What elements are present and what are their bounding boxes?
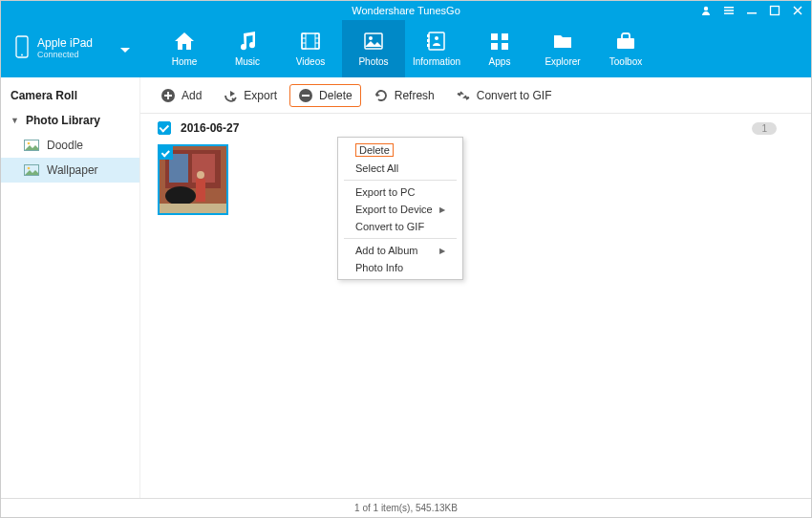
svg-rect-19: [427, 39, 430, 42]
refresh-button[interactable]: Refresh: [365, 84, 443, 107]
app-title: Wondershare TunesGo: [352, 5, 460, 16]
nav-label: Apps: [489, 56, 511, 67]
nav-home[interactable]: Home: [153, 20, 216, 77]
section-header: 2016-06-27 1: [140, 114, 811, 140]
button-label: Delete: [319, 89, 353, 102]
svg-rect-20: [427, 44, 430, 47]
body: Camera Roll ▼ Photo Library Doodle Wallp…: [1, 77, 811, 498]
svg-rect-33: [302, 95, 310, 97]
button-label: Add: [182, 89, 202, 102]
sidebar: Camera Roll ▼ Photo Library Doodle Wallp…: [1, 77, 140, 498]
nav-apps[interactable]: Apps: [468, 20, 531, 77]
svg-rect-39: [196, 179, 205, 202]
thumbnail-checkbox[interactable]: [160, 146, 173, 160]
sidebar-item-wallpaper[interactable]: Wallpaper: [1, 158, 139, 183]
titlebar-controls: [700, 1, 803, 20]
menu-icon[interactable]: [723, 5, 735, 16]
app-window: Wondershare TunesGo: [0, 0, 812, 518]
delete-button[interactable]: Delete: [289, 84, 361, 107]
sidebar-label: Doodle: [47, 139, 83, 152]
nav-label: Home: [172, 56, 198, 67]
convert-gif-button[interactable]: Convert to GIF: [447, 84, 561, 107]
ctx-export-pc[interactable]: Export to PC: [338, 183, 462, 201]
section-count-badge: 1: [752, 122, 777, 135]
svg-rect-2: [724, 10, 734, 11]
ctx-separator: [344, 238, 457, 239]
device-name: Apple iPad: [37, 37, 93, 50]
svg-point-40: [197, 171, 204, 179]
svg-point-7: [21, 54, 23, 56]
sidebar-label: Wallpaper: [47, 163, 98, 177]
nav-label: Explorer: [545, 56, 580, 67]
section-date: 2016-06-27: [181, 121, 239, 135]
add-button[interactable]: Add: [152, 84, 210, 107]
svg-rect-1: [724, 7, 734, 9]
svg-rect-26: [617, 38, 634, 49]
thumbnail-grid: [140, 140, 811, 219]
ctx-photo-info[interactable]: Photo Info: [338, 259, 462, 276]
svg-rect-22: [491, 33, 498, 40]
user-icon[interactable]: [700, 5, 712, 16]
svg-point-30: [28, 167, 31, 170]
svg-rect-25: [502, 43, 508, 50]
content: Add Export Delete Refresh Convert to GIF: [140, 77, 811, 498]
toolbar: Add Export Delete Refresh Convert to GIF: [140, 77, 811, 114]
submenu-arrow-icon: ▶: [439, 247, 445, 255]
statusbar-text: 1 of 1 item(s), 545.13KB: [354, 503, 458, 513]
svg-point-21: [435, 36, 438, 40]
sidebar-item-doodle[interactable]: Doodle: [1, 133, 139, 158]
section-checkbox[interactable]: [158, 121, 171, 135]
sidebar-label: Photo Library: [26, 114, 100, 127]
device-selector[interactable]: Apple iPad Connected: [1, 20, 139, 77]
statusbar: 1 of 1 item(s), 545.13KB: [1, 498, 811, 517]
nav-explorer[interactable]: Explorer: [531, 20, 594, 77]
close-icon[interactable]: [792, 5, 803, 16]
ctx-separator: [344, 180, 457, 181]
svg-rect-8: [302, 33, 319, 49]
nav-label: Information: [413, 56, 460, 67]
nav-photos[interactable]: Photos: [342, 20, 405, 77]
minimize-icon[interactable]: [746, 5, 758, 16]
svg-rect-3: [724, 12, 734, 14]
ctx-add-album[interactable]: Add to Album▶: [338, 242, 462, 259]
submenu-arrow-icon: ▶: [439, 205, 445, 214]
photo-thumbnail[interactable]: [158, 144, 228, 215]
picture-icon: [24, 140, 39, 151]
maximize-icon[interactable]: [769, 5, 780, 16]
sidebar-label: Camera Roll: [11, 89, 77, 102]
device-status: Connected: [37, 51, 93, 60]
nav-videos[interactable]: Videos: [279, 20, 342, 77]
ctx-delete[interactable]: Delete: [338, 140, 462, 160]
svg-rect-5: [771, 7, 780, 15]
svg-rect-23: [502, 33, 508, 40]
nav-music[interactable]: Music: [216, 20, 279, 77]
nav-information[interactable]: Information: [405, 20, 468, 77]
svg-rect-18: [427, 34, 430, 37]
sidebar-camera-roll[interactable]: Camera Roll: [1, 83, 139, 108]
nav-label: Videos: [296, 56, 325, 67]
picture-icon: [24, 164, 39, 176]
titlebar: Wondershare TunesGo: [1, 1, 811, 20]
button-label: Convert to GIF: [477, 89, 552, 102]
button-label: Export: [244, 89, 277, 102]
svg-point-0: [704, 7, 708, 11]
svg-point-38: [165, 186, 196, 205]
device-icon: [14, 35, 30, 62]
export-button[interactable]: Export: [214, 84, 286, 107]
nav-toolbox[interactable]: Toolbox: [594, 20, 657, 77]
nav-label: Photos: [358, 56, 388, 67]
svg-rect-4: [747, 12, 757, 14]
chevron-down-icon: [120, 40, 130, 57]
nav-label: Toolbox: [609, 56, 642, 67]
header: Apple iPad Connected Home Music Videos: [1, 20, 811, 77]
nav-label: Music: [235, 56, 260, 67]
svg-rect-24: [491, 43, 498, 50]
nav: Home Music Videos Photos Information App…: [153, 20, 811, 77]
svg-rect-37: [192, 154, 215, 183]
sidebar-photo-library[interactable]: ▼ Photo Library: [1, 108, 139, 133]
ctx-convert-gif[interactable]: Convert to GIF: [338, 218, 462, 235]
svg-point-28: [28, 142, 31, 145]
svg-rect-17: [429, 32, 444, 50]
ctx-export-device[interactable]: Export to Device▶: [338, 201, 462, 218]
ctx-select-all[interactable]: Select All: [338, 160, 462, 177]
